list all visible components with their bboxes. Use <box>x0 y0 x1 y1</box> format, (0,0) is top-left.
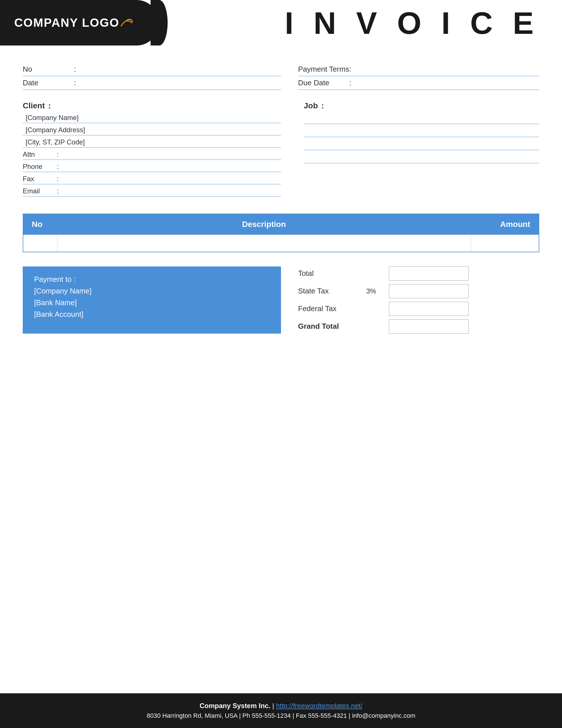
footer-link: http://freewordtemplates.net/ <box>276 702 362 710</box>
no-label: No <box>23 65 74 74</box>
job-line-1 <box>304 114 539 124</box>
table-header: No Description Amount <box>23 214 539 235</box>
company-name-field: [Company Name] <box>23 114 281 123</box>
state-tax-row: State Tax 3% <box>298 284 539 298</box>
total-value-box <box>389 266 468 281</box>
date-label: Date <box>23 78 74 87</box>
due-date-label: Due Date <box>298 78 349 87</box>
federal-tax-value-box <box>389 302 468 316</box>
client-label: Client <box>23 101 45 110</box>
main-content: No : Date : Payment Terms : Due Date : <box>0 45 562 368</box>
meta-right: Payment Terms : Due Date : <box>281 63 539 90</box>
city-zip-value: [City, ST, ZIP Code] <box>26 138 85 146</box>
date-row: Date : <box>23 76 281 90</box>
payment-terms-row: Payment Terms : <box>298 63 539 76</box>
job-block: Job : <box>281 101 539 199</box>
page-footer: Company System Inc. | http://freewordtem… <box>0 693 562 728</box>
payment-header: Payment to : <box>34 275 270 284</box>
client-job-section: Client : [Company Name] [Company Address… <box>23 101 539 199</box>
phone-colon: : <box>57 163 59 171</box>
payment-company-name: [Company Name] <box>34 287 270 295</box>
logo-arc-icon <box>119 18 134 27</box>
state-tax-label: State Tax <box>298 287 360 295</box>
table-cell-amount <box>471 235 539 252</box>
grand-total-row: Grand Total <box>298 319 539 334</box>
table-header-row: No Description Amount <box>23 214 539 235</box>
email-label: Email <box>23 187 57 195</box>
payment-bank-account: [Bank Account] <box>34 310 270 319</box>
federal-tax-row: Federal Tax <box>298 302 539 316</box>
attn-colon: : <box>57 150 59 158</box>
job-label: Job <box>304 101 318 110</box>
footer-line1: Company System Inc. | http://freewordtem… <box>11 702 551 710</box>
header: COMPANY LOGO I N V O I C E <box>0 0 562 45</box>
fax-field: Fax : <box>23 175 281 184</box>
payment-block: Payment to : [Company Name] [Bank Name] … <box>23 266 281 334</box>
company-address-field: [Company Address] <box>23 126 281 135</box>
fax-colon: : <box>57 175 59 183</box>
city-zip-field: [City, ST, ZIP Code] <box>23 138 281 148</box>
job-line-4 <box>304 153 539 163</box>
footer-line2: 8030 Harrington Rd, Miami, USA | Ph 555-… <box>11 712 551 719</box>
client-header: Client : <box>23 101 281 110</box>
grand-total-value-box <box>389 319 468 334</box>
no-colon: : <box>74 65 76 74</box>
invoice-table: No Description Amount <box>23 214 539 252</box>
invoice-title-area: I N V O I C E <box>159 0 562 45</box>
phone-field: Phone : <box>23 163 281 172</box>
table-empty-row <box>23 235 539 252</box>
invoice-title: I N V O I C E <box>285 5 539 41</box>
grand-total-label: Grand Total <box>298 322 360 331</box>
fax-label: Fax <box>23 175 57 183</box>
company-logo-text: COMPANY LOGO <box>14 16 119 30</box>
client-block: Client : [Company Name] [Company Address… <box>23 101 281 199</box>
email-value <box>61 187 281 195</box>
phone-value <box>61 163 281 171</box>
footer-section: Payment to : [Company Name] [Bank Name] … <box>23 266 539 334</box>
due-date-colon: : <box>349 78 351 87</box>
payment-terms-label: Payment Terms <box>298 65 349 74</box>
logo-area: COMPANY LOGO <box>0 0 159 45</box>
meta-section: No : Date : Payment Terms : Due Date : <box>23 63 539 90</box>
attn-value <box>61 150 281 158</box>
no-row: No : <box>23 63 281 76</box>
state-tax-value-box <box>389 284 468 298</box>
col-no: No <box>23 214 57 235</box>
job-line-2 <box>304 127 539 137</box>
col-description: Description <box>57 214 471 235</box>
state-tax-percent: 3% <box>366 287 383 295</box>
job-line-3 <box>304 140 539 150</box>
totals-block: Total State Tax 3% Federal Tax Grand Tot… <box>281 266 539 334</box>
date-colon: : <box>74 78 76 87</box>
meta-left: No : Date : <box>23 63 281 90</box>
due-date-row: Due Date : <box>298 76 539 90</box>
footer-separator: | <box>273 702 276 710</box>
phone-label: Phone <box>23 163 57 171</box>
company-address-value: [Company Address] <box>26 126 85 134</box>
job-colon: : <box>321 101 324 110</box>
total-row: Total <box>298 266 539 281</box>
attn-label: Attn <box>23 150 57 158</box>
table-cell-description <box>57 235 471 252</box>
email-colon: : <box>57 187 59 195</box>
payment-terms-colon: : <box>349 65 351 74</box>
job-header: Job : <box>304 101 539 110</box>
col-amount: Amount <box>471 214 539 235</box>
federal-tax-label: Federal Tax <box>298 304 360 313</box>
client-colon: : <box>48 101 51 110</box>
attn-field: Attn : <box>23 150 281 160</box>
total-label: Total <box>298 269 360 278</box>
payment-bank-name: [Bank Name] <box>34 298 270 307</box>
footer-company-bold: Company System Inc. <box>200 702 270 710</box>
table-body <box>23 235 539 252</box>
fax-value <box>61 175 281 183</box>
table-cell-no <box>23 235 57 252</box>
email-field: Email : <box>23 187 281 197</box>
company-name-value: [Company Name] <box>26 114 79 121</box>
